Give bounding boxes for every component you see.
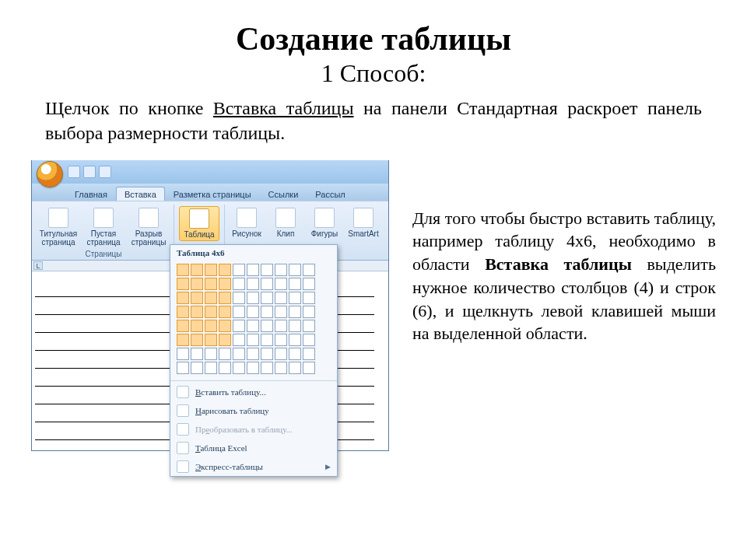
qat-undo-icon[interactable]: [83, 166, 96, 178]
grid-cell[interactable]: [275, 320, 287, 332]
grid-cell[interactable]: [191, 306, 203, 318]
grid-cell[interactable]: [247, 334, 259, 346]
clip-button[interactable]: Клип: [268, 206, 303, 240]
blank-page-button[interactable]: Пустая страница: [83, 206, 124, 248]
grid-cell[interactable]: [289, 320, 301, 332]
grid-cell[interactable]: [261, 264, 273, 276]
grid-cell[interactable]: [289, 334, 301, 346]
dropdown-item-0[interactable]: Вставить таблицу...: [170, 383, 337, 401]
grid-cell[interactable]: [303, 306, 315, 318]
dropdown-item-1[interactable]: Нарисовать таблицу: [170, 401, 337, 420]
grid-cell[interactable]: [219, 334, 231, 346]
grid-cell[interactable]: [275, 334, 287, 346]
grid-cell[interactable]: [261, 306, 273, 318]
grid-cell[interactable]: [205, 292, 217, 304]
table-size-grid[interactable]: [177, 264, 331, 374]
grid-cell[interactable]: [261, 362, 273, 374]
grid-cell[interactable]: [275, 362, 287, 374]
grid-cell[interactable]: [205, 306, 217, 318]
grid-cell[interactable]: [247, 362, 259, 374]
grid-cell[interactable]: [219, 278, 231, 290]
grid-cell[interactable]: [303, 292, 315, 304]
grid-cell[interactable]: [177, 334, 189, 346]
qat-redo-icon[interactable]: [99, 166, 111, 178]
page-break-button[interactable]: Разрыв страницы: [128, 206, 169, 248]
grid-cell[interactable]: [191, 348, 203, 360]
grid-cell[interactable]: [233, 334, 245, 346]
grid-cell[interactable]: [177, 306, 189, 318]
cover-page-button[interactable]: Титульная страница: [38, 206, 79, 248]
grid-cell[interactable]: [219, 362, 231, 374]
grid-cell[interactable]: [191, 278, 203, 290]
grid-cell[interactable]: [289, 348, 301, 360]
grid-cell[interactable]: [233, 320, 245, 332]
grid-cell[interactable]: [275, 306, 287, 318]
grid-cell[interactable]: [247, 292, 259, 304]
grid-cell[interactable]: [289, 278, 301, 290]
grid-cell[interactable]: [261, 292, 273, 304]
grid-cell[interactable]: [205, 348, 217, 360]
office-button[interactable]: [37, 161, 63, 187]
tab-главная[interactable]: Главная: [66, 187, 116, 201]
grid-cell[interactable]: [275, 278, 287, 290]
grid-cell[interactable]: [233, 348, 245, 360]
grid-cell[interactable]: [247, 264, 259, 276]
grid-cell[interactable]: [247, 278, 259, 290]
grid-cell[interactable]: [177, 278, 189, 290]
ruler-tab-icon[interactable]: L: [33, 261, 43, 270]
grid-cell[interactable]: [261, 334, 273, 346]
grid-cell[interactable]: [289, 264, 301, 276]
tab-рассыл[interactable]: Рассыл: [307, 187, 353, 201]
qat-save-icon[interactable]: [68, 166, 80, 178]
tab-вставка[interactable]: Вставка: [116, 187, 165, 201]
grid-cell[interactable]: [275, 348, 287, 360]
grid-cell[interactable]: [219, 348, 231, 360]
grid-cell[interactable]: [289, 306, 301, 318]
grid-cell[interactable]: [233, 264, 245, 276]
grid-cell[interactable]: [247, 306, 259, 318]
shapes-button[interactable]: Фигуры: [307, 206, 342, 240]
grid-cell[interactable]: [219, 320, 231, 332]
grid-cell[interactable]: [205, 278, 217, 290]
grid-cell[interactable]: [303, 264, 315, 276]
smartart-button[interactable]: SmartArt: [346, 206, 381, 240]
grid-cell[interactable]: [303, 334, 315, 346]
grid-cell[interactable]: [261, 278, 273, 290]
insert-table-button[interactable]: Таблица: [179, 206, 219, 241]
dropdown-item-4[interactable]: Экспресс-таблицы▶: [170, 457, 337, 476]
grid-cell[interactable]: [191, 362, 203, 374]
grid-cell[interactable]: [177, 292, 189, 304]
grid-cell[interactable]: [233, 306, 245, 318]
grid-cell[interactable]: [233, 292, 245, 304]
grid-cell[interactable]: [205, 334, 217, 346]
tab-ссылки[interactable]: Ссылки: [260, 187, 307, 201]
grid-cell[interactable]: [247, 320, 259, 332]
grid-cell[interactable]: [191, 320, 203, 332]
grid-cell[interactable]: [303, 348, 315, 360]
grid-cell[interactable]: [205, 264, 217, 276]
grid-cell[interactable]: [219, 306, 231, 318]
grid-cell[interactable]: [177, 348, 189, 360]
grid-cell[interactable]: [205, 362, 217, 374]
grid-cell[interactable]: [303, 362, 315, 374]
grid-cell[interactable]: [275, 292, 287, 304]
grid-cell[interactable]: [191, 264, 203, 276]
grid-cell[interactable]: [177, 362, 189, 374]
grid-cell[interactable]: [177, 264, 189, 276]
grid-cell[interactable]: [247, 348, 259, 360]
grid-cell[interactable]: [261, 348, 273, 360]
grid-cell[interactable]: [191, 292, 203, 304]
grid-cell[interactable]: [275, 264, 287, 276]
grid-cell[interactable]: [233, 278, 245, 290]
grid-cell[interactable]: [177, 320, 189, 332]
picture-button[interactable]: Рисунок: [230, 206, 264, 240]
grid-cell[interactable]: [261, 320, 273, 332]
grid-cell[interactable]: [303, 320, 315, 332]
tab-разметка страницы[interactable]: Разметка страницы: [165, 187, 260, 201]
dropdown-item-3[interactable]: Таблица Excel: [170, 439, 337, 457]
grid-cell[interactable]: [191, 334, 203, 346]
grid-cell[interactable]: [289, 292, 301, 304]
grid-cell[interactable]: [289, 362, 301, 374]
grid-cell[interactable]: [303, 278, 315, 290]
grid-cell[interactable]: [219, 264, 231, 276]
